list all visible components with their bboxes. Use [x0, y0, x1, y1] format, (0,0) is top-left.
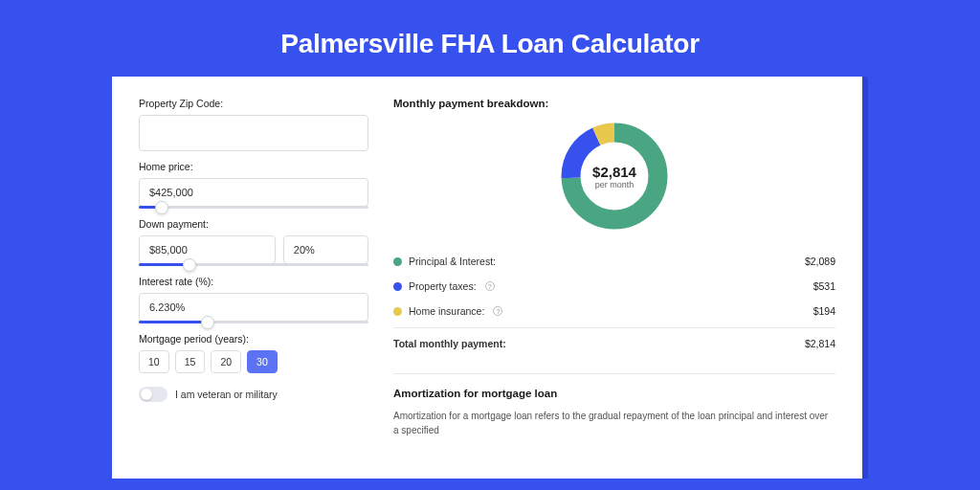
- period-15-button[interactable]: 15: [175, 350, 206, 373]
- donut-chart: $2,814 per month: [557, 119, 672, 234]
- home-price-slider[interactable]: [139, 206, 368, 209]
- amortization-title: Amortization for mortgage loan: [393, 388, 835, 399]
- mortgage-period-group: Mortgage period (years): 10 15 20 30: [139, 333, 368, 373]
- total-value: $2,814: [805, 338, 835, 349]
- legend-label: Property taxes:: [409, 280, 477, 292]
- legend-label: Principal & Interest:: [409, 256, 496, 267]
- donut-chart-wrap: $2,814 per month: [393, 119, 835, 234]
- home-price-input[interactable]: [139, 178, 368, 207]
- interest-rate-input[interactable]: [139, 293, 368, 322]
- down-payment-slider[interactable]: [139, 263, 368, 266]
- info-icon[interactable]: ?: [485, 281, 495, 291]
- period-30-button[interactable]: 30: [247, 350, 278, 373]
- home-price-label: Home price:: [139, 161, 368, 172]
- legend-principal-interest: Principal & Interest: $2,089: [393, 249, 835, 274]
- dot-icon: [393, 282, 402, 291]
- divider: [393, 373, 835, 374]
- legend-value: $194: [813, 305, 835, 317]
- home-price-group: Home price:: [139, 161, 368, 209]
- inputs-column: Property Zip Code: Home price: Down paym…: [139, 98, 368, 479]
- dot-icon: [393, 257, 402, 266]
- breakdown-column: Monthly payment breakdown: $2,814 per mo…: [393, 98, 835, 479]
- veteran-row: I am veteran or military: [139, 387, 368, 402]
- interest-rate-slider[interactable]: [139, 321, 368, 323]
- legend-property-taxes: Property taxes: ? $531: [393, 274, 835, 299]
- legend-total: Total monthly payment: $2,814: [393, 327, 835, 356]
- interest-rate-group: Interest rate (%):: [139, 276, 368, 323]
- breakdown-title: Monthly payment breakdown:: [393, 98, 835, 109]
- veteran-label: I am veteran or military: [175, 389, 278, 400]
- toggle-knob: [141, 389, 152, 400]
- veteran-toggle[interactable]: [139, 387, 167, 402]
- legend-label: Home insurance:: [409, 305, 484, 317]
- donut-center: $2,814 per month: [592, 164, 636, 189]
- card-container: Property Zip Code: Home price: Down paym…: [112, 77, 868, 479]
- interest-rate-label: Interest rate (%):: [139, 276, 368, 287]
- down-payment-label: Down payment:: [139, 218, 368, 230]
- legend-home-insurance: Home insurance: ? $194: [393, 299, 835, 323]
- donut-sub: per month: [592, 180, 636, 189]
- calculator-card: Property Zip Code: Home price: Down paym…: [112, 77, 862, 479]
- amortization-text: Amortization for a mortgage loan refers …: [393, 409, 835, 437]
- down-payment-group: Down payment:: [139, 218, 368, 266]
- zip-group: Property Zip Code:: [139, 98, 368, 151]
- period-buttons: 10 15 20 30: [139, 350, 368, 373]
- slider-thumb[interactable]: [183, 258, 196, 272]
- total-label: Total monthly payment:: [393, 338, 506, 349]
- slider-thumb[interactable]: [155, 201, 168, 214]
- dot-icon: [393, 307, 402, 316]
- zip-input[interactable]: [139, 115, 368, 151]
- legend-value: $2,089: [805, 256, 835, 267]
- period-20-button[interactable]: 20: [211, 350, 241, 373]
- page-title: Palmersville FHA Loan Calculator: [0, 0, 980, 77]
- info-icon[interactable]: ?: [493, 306, 502, 316]
- donut-amount: $2,814: [592, 164, 636, 180]
- down-payment-amount-input[interactable]: [139, 235, 276, 264]
- down-payment-pct-input[interactable]: [283, 235, 368, 264]
- legend-value: $531: [813, 280, 835, 292]
- slider-thumb[interactable]: [201, 316, 214, 329]
- period-10-button[interactable]: 10: [139, 350, 169, 373]
- mortgage-period-label: Mortgage period (years):: [139, 333, 368, 345]
- zip-label: Property Zip Code:: [139, 98, 368, 109]
